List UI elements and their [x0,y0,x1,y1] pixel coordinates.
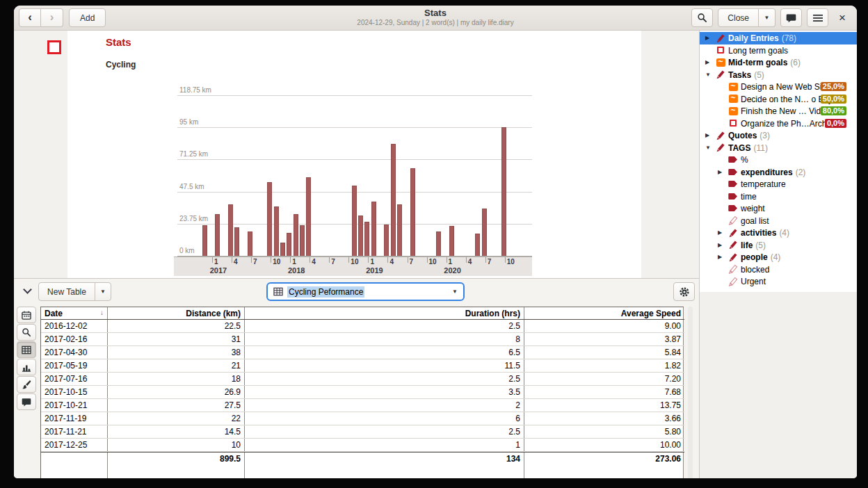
tree-item-time[interactable]: time [700,190,857,203]
table-cell[interactable]: 273.06 [524,453,684,466]
table-cell[interactable]: 1.82 [524,359,684,372]
table-header-cell[interactable]: Duration (hrs) [244,307,524,319]
table-cell[interactable]: 2017-10-21 [41,399,107,412]
tree-item-blocked[interactable]: blocked [700,263,857,276]
tree-item-daily-entries[interactable]: ▶Daily Entries(78) [700,32,857,44]
table-scrollbar[interactable] [688,307,693,478]
table-cell[interactable]: 2017-04-30 [41,346,107,359]
table-cell[interactable]: 22 [107,412,244,425]
expander-right-icon[interactable]: ▶ [705,132,709,138]
table-cell[interactable]: 2017-10-15 [41,386,107,398]
table-cell[interactable]: 2.5 [244,425,524,438]
comment-button[interactable] [780,8,802,27]
table-cell[interactable]: 31 [107,333,244,345]
table-cell[interactable]: 2017-11-21 [41,425,107,438]
tree-item-finish-the-new-video[interactable]: ~Finish the New … Video80,0% [700,105,857,117]
tree-item-quotes[interactable]: ▶Quotes(3) [700,129,857,142]
table-header-cell[interactable]: Average Speed [524,307,684,319]
table-cell[interactable]: 1 [244,439,524,451]
tree-item-people[interactable]: ▶people(4) [700,251,857,263]
table-cell[interactable]: 134 [244,453,524,466]
tree-item-tags[interactable]: ▼TAGS(11) [700,142,857,154]
table-cell[interactable]: 38 [107,346,244,359]
table-cell[interactable]: 22.5 [107,320,244,332]
table-settings-button[interactable] [673,282,695,301]
table-cell[interactable]: 26.9 [107,386,244,398]
expander-right-icon[interactable]: ▶ [718,229,722,236]
table-cell[interactable]: 2017-11-19 [41,412,107,425]
close-dropdown-button[interactable]: ▼ [759,8,775,27]
table-cell[interactable]: 13.75 [524,399,684,412]
expander-right-icon[interactable]: ▶ [705,35,709,41]
table-cell[interactable]: 6 [244,412,524,425]
table-cell[interactable]: 2017-05-19 [41,359,107,372]
tree-item-activities[interactable]: ▶activities(4) [700,227,857,239]
calendar-view-button[interactable] [17,307,36,323]
comment-view-button[interactable] [17,393,36,410]
tree-item-mid-term-goals[interactable]: ▶~Mid-term goals(6) [700,56,857,69]
table-cell[interactable]: 9.00 [524,320,684,332]
tree-item-organize-the-ph-archive[interactable]: Organize the Ph…Archive0,0% [700,117,857,130]
table-cell[interactable]: 10 [107,439,244,451]
table-cell[interactable]: 10.00 [524,439,684,451]
entry-marker-icon[interactable] [47,40,61,54]
table-cell[interactable]: 8 [244,333,524,345]
expander-right-icon[interactable]: ▶ [705,59,709,65]
close-entry-button[interactable]: Close [718,8,759,27]
add-button[interactable]: Add [69,8,106,27]
search-view-button[interactable] [17,324,36,341]
table-cell[interactable]: 6.5 [244,346,524,359]
table-cell[interactable]: 14.5 [107,425,244,438]
tree-item-long-term-goals[interactable]: Long term goals [700,44,857,57]
tree-item-life[interactable]: ▶life(5) [700,239,857,252]
table-cell[interactable]: 2.5 [244,373,524,385]
table-cell[interactable]: 2017-12-25 [41,439,107,451]
table-cell[interactable]: 5.80 [524,425,684,438]
search-button[interactable] [691,8,713,27]
table-cell[interactable]: 7.20 [524,373,684,385]
table-cell[interactable]: 2.5 [244,320,524,332]
tree-item-temperature[interactable]: temperature [700,178,857,190]
table-selector-combobox[interactable]: Cycling Peformance ▼ [266,282,465,301]
expander-right-icon[interactable]: ▶ [718,254,722,260]
table-header-cell[interactable]: Distance (km) [107,307,244,319]
back-button[interactable]: ‹ [19,8,41,27]
collapse-panel-button[interactable] [19,286,35,298]
theme-view-button[interactable] [17,376,36,393]
table-cell[interactable]: 27.5 [107,399,244,412]
table-cell[interactable]: 2017-07-16 [41,373,107,385]
tree-item-design-a-new-web-site[interactable]: ~Design a New Web Site25,0% [700,81,857,93]
menu-button[interactable] [807,8,828,27]
table-cell[interactable]: 11.5 [244,359,524,372]
table-cell[interactable]: 18 [107,373,244,385]
table-cell[interactable]: 3.66 [524,412,684,425]
table-cell[interactable]: 899.5 [107,453,244,466]
new-table-dropdown-button[interactable]: ▼ [95,282,111,301]
expander-right-icon[interactable]: ▶ [718,169,722,175]
tree-item-tasks[interactable]: ▼Tasks(5) [700,69,857,81]
tree-item-[interactable]: % [700,154,857,166]
window-close-button[interactable]: × [833,9,851,27]
tree-item-urgent[interactable]: Urgent [700,275,857,288]
expander-right-icon[interactable]: ▶ [718,242,722,248]
forward-button[interactable]: › [41,8,63,27]
table-cell[interactable] [41,453,107,466]
table-view-button[interactable] [17,341,36,358]
tree-item-decide-on-the-n-o-buy[interactable]: ~Decide on the N… o Buy50,0% [700,93,857,106]
tree-item-weight[interactable]: weight [700,202,857,215]
chart-view-button[interactable] [17,359,36,375]
table-header-cell[interactable]: Date↓ [41,307,107,319]
table-cell[interactable]: 3.5 [244,386,524,398]
table-cell[interactable]: 2 [244,399,524,412]
new-table-button[interactable]: New Table [38,282,95,301]
table-cell[interactable]: 5.84 [524,346,684,359]
table-cell[interactable]: 7.68 [524,386,684,398]
expander-down-icon[interactable]: ▼ [705,145,711,151]
table-cell[interactable]: 2016-12-02 [41,320,107,332]
table-cell[interactable]: 2017-02-16 [41,333,107,345]
table-cell[interactable]: 21 [107,359,244,372]
expander-down-icon[interactable]: ▼ [705,72,711,78]
tree-item-goal-list[interactable]: goal list [700,215,857,227]
tree-item-expenditures[interactable]: ▶expenditures(2) [700,166,857,179]
table-cell[interactable]: 3.87 [524,333,684,345]
